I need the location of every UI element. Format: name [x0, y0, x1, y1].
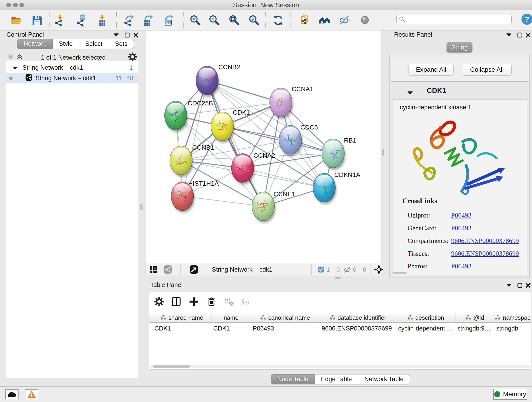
search-input[interactable]: [405, 16, 509, 23]
export-network-icon[interactable]: [122, 13, 136, 27]
cell[interactable]: P06493: [253, 324, 318, 333]
table-hscrollbar-thumb[interactable]: [153, 365, 190, 368]
node-RB1[interactable]: [322, 139, 346, 170]
results-panel-close-icon[interactable]: [525, 32, 532, 38]
node-CCNA1[interactable]: [270, 88, 293, 119]
home-icon[interactable]: [317, 13, 332, 27]
node-CDC6[interactable]: [279, 125, 303, 157]
import-table-from-file-icon[interactable]: [95, 13, 109, 27]
node-CCNE1[interactable]: [252, 192, 276, 223]
minimize-window-icon[interactable]: [13, 3, 18, 7]
zoom-selected-icon[interactable]: [247, 13, 262, 27]
cell[interactable]: stringdb:9…: [457, 324, 493, 333]
export-table-icon[interactable]: [141, 13, 155, 27]
column-header-name[interactable]: name: [211, 313, 251, 322]
crosslink-value[interactable]: P06493: [451, 262, 472, 270]
table-hscrollbar[interactable]: [149, 365, 530, 368]
tab-edge-table[interactable]: Edge Table: [315, 374, 358, 384]
help-icon[interactable]: ?: [521, 14, 532, 25]
cell[interactable]: CDK1: [213, 324, 249, 333]
tab-node-table[interactable]: Node Table: [271, 374, 315, 384]
cell[interactable]: cyclin-dependent …: [398, 324, 454, 333]
cell[interactable]: stringdb: [496, 324, 530, 333]
results-scrollbar-thumb[interactable]: [393, 272, 407, 274]
delete-column-icon[interactable]: [206, 296, 217, 307]
column-header-description[interactable]: description: [396, 313, 456, 322]
save-session-icon[interactable]: [30, 13, 44, 27]
network-canvas[interactable]: CCNB2CCNA1CDC25BCDK1CDC6RB1CCNB1CCNA2CDK…: [145, 31, 381, 263]
control-panel-float-icon[interactable]: [124, 32, 131, 38]
cell[interactable]: CDK1: [154, 324, 210, 333]
gene-collapse-triangle-icon[interactable]: [408, 89, 413, 96]
node-CDKN1A[interactable]: [313, 173, 336, 204]
control-panel-close-icon[interactable]: [133, 32, 139, 38]
clear-table-icon[interactable]: [223, 296, 235, 307]
memory-button[interactable]: Memory: [493, 389, 527, 400]
column-header--id[interactable]: @id: [456, 313, 494, 322]
results-panel-collapse-icon[interactable]: [505, 32, 512, 38]
export-image-icon[interactable]: [161, 13, 176, 27]
table-mode-icon[interactable]: [153, 296, 165, 307]
zoom-window-icon[interactable]: [19, 3, 24, 7]
edge-CCNB2-CCNE1[interactable]: [207, 80, 263, 206]
selected-checkbox-icon[interactable]: [318, 265, 324, 274]
expand-all-button[interactable]: Expand All: [409, 64, 454, 76]
crosshair-icon[interactable]: [374, 265, 383, 274]
tab-select[interactable]: Select: [79, 39, 109, 49]
network-collection-row[interactable]: String Network – cdk1 1: [6, 62, 138, 73]
crosslink-value[interactable]: 9606.ENSP00000378699: [451, 250, 519, 257]
close-window-icon[interactable]: [6, 3, 11, 7]
new-column-icon[interactable]: [188, 296, 200, 307]
tab-network-table[interactable]: Network Table: [358, 374, 410, 384]
warning-icon[interactable]: [25, 389, 38, 399]
external-link-icon[interactable]: [190, 265, 198, 274]
control-panel-collapse-icon[interactable]: [113, 32, 120, 38]
table-panel-collapse-icon[interactable]: [505, 282, 512, 288]
collapse-all-button[interactable]: Collapse All: [462, 64, 512, 76]
tab-network[interactable]: Network: [17, 39, 53, 49]
copy-network-icon[interactable]: [298, 13, 312, 27]
zoom-fit-icon[interactable]: [227, 13, 242, 27]
import-network-from-file-icon[interactable]: [52, 13, 67, 27]
hide-selected-icon[interactable]: [337, 13, 352, 27]
table-panel-close-icon[interactable]: [525, 282, 532, 288]
node-CCNB2[interactable]: [196, 66, 220, 97]
node-CCNB1[interactable]: [170, 146, 193, 177]
crosslink-value[interactable]: 9606.ENSP00000378699: [451, 237, 519, 245]
left-splitter-handle[interactable]: [140, 204, 143, 210]
edge-CCNB2-HIST1H1A[interactable]: [182, 80, 207, 196]
results-panel-float-icon[interactable]: [516, 32, 523, 38]
right-splitter-handle[interactable]: [382, 149, 384, 156]
tree-expand-triangle-icon[interactable]: [13, 64, 17, 71]
grid-icon[interactable]: [150, 265, 158, 274]
open-session-icon[interactable]: [9, 13, 24, 27]
network-row-selected[interactable]: String Network – cdk1 11 48: [6, 73, 138, 83]
node-CCNA2[interactable]: [231, 153, 255, 185]
zoom-in-icon[interactable]: [188, 13, 203, 27]
cloud-icon[interactable]: [5, 389, 19, 399]
share-network-icon[interactable]: [163, 265, 172, 274]
node-CDK1[interactable]: [211, 112, 234, 143]
collapse-all-tree-icon[interactable]: [17, 54, 23, 61]
function-builder-icon[interactable]: f(x): [241, 296, 253, 307]
horizontal-splitter-handle[interactable]: [335, 277, 341, 279]
column-header-canonical-name[interactable]: canonical name: [251, 313, 320, 322]
tab-style[interactable]: Style: [53, 39, 79, 49]
import-network-from-database-icon[interactable]: [74, 13, 89, 27]
hidden-eye-icon[interactable]: [343, 265, 351, 274]
tab-sets[interactable]: Sets: [109, 39, 134, 49]
crosslink-value[interactable]: P06493: [451, 211, 472, 219]
column-header-shared-name[interactable]: shared name: [152, 313, 211, 322]
cell[interactable]: 9606.ENSP00000378699: [322, 324, 395, 333]
column-header-database-identifier[interactable]: database identifier: [320, 313, 396, 322]
results-panel-title: Results Panel: [394, 31, 432, 38]
column-header-namespac[interactable]: namespac: [494, 313, 531, 322]
zoom-out-icon[interactable]: [207, 13, 222, 27]
show-columns-icon[interactable]: [170, 296, 182, 307]
tab-string[interactable]: String: [447, 42, 472, 52]
table-panel-float-icon[interactable]: [516, 282, 523, 288]
refresh-view-icon[interactable]: [271, 13, 285, 27]
crosslink-value[interactable]: P06493: [451, 224, 472, 232]
expand-all-tree-icon[interactable]: [7, 54, 14, 61]
overview-icon[interactable]: [358, 13, 373, 27]
